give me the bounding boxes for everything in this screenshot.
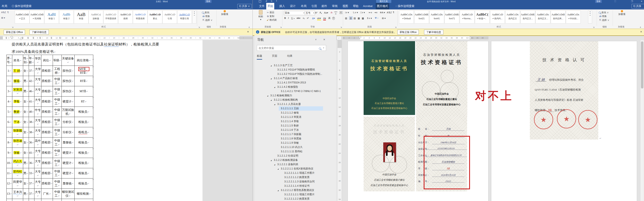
left-login-button[interactable]: 登录 (205, 0, 212, 3)
style-chip-0[interactable]: AaBbCcDc↵Default (399, 10, 414, 24)
nav-item[interactable]: 3.1.1.3.2 YG114*76预应力隔热油管制... (254, 72, 336, 76)
increase-indent-icon[interactable]: ⇥≡ (374, 11, 377, 14)
table-cell[interactable]: 大专↵ (34, 178, 42, 189)
nav-chevron-icon[interactable]: ∨ (315, 38, 317, 41)
table-cell[interactable]: 大专↵ (34, 189, 42, 199)
table-cell[interactable]: 大专↵ (34, 76, 42, 86)
table-cell[interactable]: 女↵ (23, 138, 29, 148)
align-center-icon[interactable]: ▥ (349, 16, 352, 20)
table-cell[interactable]: 女↵ (23, 96, 29, 107)
table-cell[interactable]: 46↵ (29, 86, 34, 96)
table-cell[interactable]: 探伤仪↵ (62, 76, 74, 86)
table-cell[interactable] (34, 199, 42, 201)
style-chip-9[interactable]: AaBbCcD要点 (148, 10, 162, 24)
expand-triangle-icon[interactable]: ◢ (278, 188, 278, 192)
borders-icon[interactable]: ⊞ ▾ (1, 16, 5, 19)
nav-item[interactable]: 3.1.2.1.1.11 那伟松 (254, 149, 336, 154)
table-cell[interactable]: 女↵ (23, 107, 29, 117)
style-chip-0[interactable]: AaBbCcDdI↵正文 (15, 10, 30, 24)
superscript-icon[interactable]: x² (307, 17, 309, 19)
italic-icon[interactable]: I (288, 17, 289, 19)
table-cell[interactable]: 42↵ (29, 76, 34, 86)
pilcrow-icon[interactable]: ¶ (8, 11, 8, 14)
nav-item[interactable]: ◢3.1.1.4.2 检验报告 (254, 85, 336, 89)
table-cell[interactable]: 质检部↵ (42, 107, 53, 117)
underline-icon[interactable]: U (291, 17, 293, 19)
borders-icon-right[interactable]: ⊞ ▾ (382, 17, 386, 20)
tab-操作说明搜索[interactable]: ◌ 操作说明搜索 (394, 3, 416, 10)
show-marks-icon[interactable]: ¶ (393, 11, 394, 14)
table-cell[interactable]: 9↵ (6, 148, 12, 158)
decrease-indent-icon[interactable]: ⇤≡ (369, 11, 372, 14)
phonetic-guide-icon[interactable]: wén文 (334, 11, 337, 15)
style-chip-8[interactable]: AaBbCcD明显强调 (133, 10, 148, 24)
table-cell[interactable] (62, 199, 74, 201)
table-cell[interactable]: 厂长↵ (42, 189, 53, 199)
left-addins-button[interactable]: 加载项 (220, 10, 229, 25)
style-chip-1[interactable]: AaBbCcDdEfont21 (414, 10, 429, 24)
table-cell[interactable]: 33↵ (29, 168, 34, 178)
tab-帮助[interactable]: 帮助 (352, 3, 360, 10)
tab-文件[interactable]: 文件 (258, 3, 266, 10)
table-cell[interactable]: 女↵ (23, 127, 29, 138)
table-cell[interactable]: 36↵ (29, 158, 34, 168)
table-row[interactable]: 5↵鲁娇↵女↵40↵中专↵质检部↵中级工↵万能试验机↵检验员↵ (6, 107, 93, 117)
style-chip-1[interactable]: AaBbCcDdI↵无间隔 (30, 10, 44, 24)
paragraph-1[interactable]: 提供相关人员花名册及证明资料（包括岗位资格证书以及社保证明材料），检验检测人员要 (12, 42, 200, 47)
numbering-icon[interactable]: ⒈≡ ▾ (352, 11, 358, 14)
table-cell[interactable]: 分析仪↵ (62, 127, 74, 138)
table-cell[interactable]: 检验员↵ (74, 158, 93, 168)
table-cell[interactable]: 检验员↵ (74, 107, 93, 117)
left-notification-close-icon[interactable]: ✕ (247, 30, 249, 33)
change-case-icon[interactable]: Aa▾ (324, 11, 328, 14)
sort-icon-right[interactable]: A⇅Z (387, 11, 392, 14)
qat-dropdown-icon[interactable]: ▾ (276, 0, 277, 2)
style-chip-6[interactable]: AaBbCcD↵表内列... (490, 10, 505, 24)
table-cell[interactable]: 8↵ (6, 138, 12, 148)
tab-图片格式[interactable]: 图片格式 (376, 3, 389, 10)
table-header[interactable]: 年↵龄↵ (29, 55, 34, 66)
style-chip-5[interactable]: AaBbC(↵标题一、 (475, 10, 490, 24)
nav-item[interactable]: 3.1.2.2.1.1.2 购置发票 (254, 175, 336, 180)
align-right-icon[interactable]: ▤ (354, 17, 356, 20)
table-cell[interactable]: 女↵ (23, 66, 29, 76)
table-header[interactable]: 等级↵ (53, 55, 62, 66)
table-cell[interactable]: 3↵ (6, 86, 12, 96)
find-button[interactable]: 查找 (202, 11, 212, 14)
style-chip-4[interactable]: AaB标题 (74, 10, 88, 24)
table-cell[interactable]: 质检部↵ (42, 178, 53, 189)
grow-font-icon[interactable]: A▴ (315, 11, 317, 14)
format-painter-button[interactable]: 🖌格式刷 (266, 18, 277, 22)
table-cell[interactable]: 张新颖↵ (12, 127, 23, 138)
table-cell[interactable]: 中级工↵ (53, 138, 62, 148)
shading-icon[interactable]: ⛊ ▾ (375, 17, 378, 20)
table-cell[interactable]: 张敏↵ (12, 148, 23, 158)
paragraph-dialog-launcher[interactable]: ⇲ (12, 26, 14, 28)
table-cell[interactable]: 40↵ (29, 107, 34, 117)
table-cell[interactable]: 鲁娇↵ (12, 107, 23, 117)
nav-item[interactable]: 3.1.2.1.1.5 鲁娇 (254, 124, 336, 128)
table-cell[interactable]: 6↵ (6, 117, 12, 127)
table-cell[interactable]: 中级工↵ (53, 127, 62, 138)
bullets-icon[interactable]: ⁝≡ ▾ (345, 11, 349, 14)
font-dialog-launcher[interactable]: ⇲ (340, 26, 342, 28)
table-cell[interactable]: 探伤仪↵ (62, 86, 74, 96)
table-cell[interactable]: 中级工↵ (53, 189, 62, 199)
table-cell[interactable]: 5↵ (6, 107, 12, 117)
tab-引用[interactable]: 引用 (310, 3, 318, 10)
nav-item[interactable]: 3.1.2.2.1.2.1 现场工作图片 (254, 192, 336, 197)
nav-search-box[interactable]: 在文档中搜索 ∨ (257, 45, 326, 51)
table-cell[interactable]: RT↵ (74, 96, 93, 107)
nav-item[interactable]: 3.1.2.2.1.2.2 购置发票 (254, 197, 336, 201)
maximize-icon[interactable]: ❐ (631, 0, 633, 3)
certificate-photo-page[interactable]: 石油管材螺纹检测人员 技术资格证书 中国石油学会 石油工业专用螺纹量规计量站 石… (364, 116, 415, 191)
table-cell[interactable]: 男↵ (23, 76, 29, 86)
table-row[interactable]: 2↵修瑜↵男↵42↵大专↵质检部↵中级工↵探伤仪↵RTⅡ↵ (6, 76, 93, 86)
table-cell[interactable]: 中级工↵ (53, 178, 62, 189)
table-cell[interactable]: 1↵ (6, 66, 12, 76)
vertical-ruler[interactable]: 246810121416182022242628303234 (338, 40, 342, 201)
table-row[interactable]: 4↵李敬↵女↵41↵大专↵质检部↵中级工↵硬度计↵RT↵ (6, 96, 93, 107)
table-header[interactable]: 岗位资格↵ (74, 55, 93, 66)
table-cell[interactable]: 男↵ (23, 189, 29, 199)
expand-triangle-icon[interactable]: ◢ (270, 158, 272, 162)
